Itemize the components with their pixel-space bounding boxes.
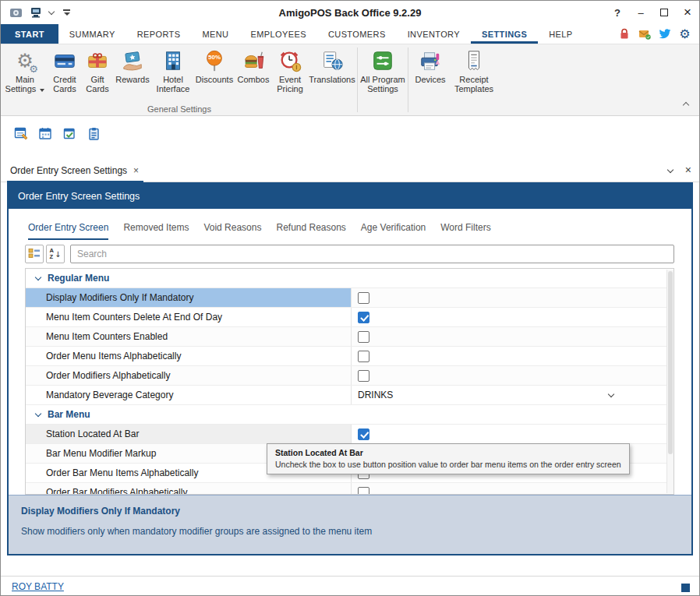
tab-void-reasons[interactable]: Void Reasons — [203, 222, 261, 240]
clipboard-icon[interactable] — [84, 124, 103, 143]
main-settings-button[interactable]: ⚙⚙ Main Settings — [2, 44, 48, 104]
document-tab-order-entry[interactable]: Order Entry Screen Settings × — [7, 165, 143, 182]
event-pricing-button[interactable]: Event Pricing — [272, 44, 308, 104]
tab-inventory[interactable]: INVENTORY — [397, 24, 471, 44]
minimize-button[interactable]: – — [629, 1, 652, 24]
gift-cards-button[interactable]: Gift Cards — [82, 44, 113, 104]
close-document-icon[interactable]: × — [685, 164, 691, 175]
gear-glyph: ⚙ — [679, 28, 690, 41]
setting-label: Station Located At Bar — [26, 425, 352, 443]
calendar-check-icon[interactable] — [60, 124, 79, 143]
tab-summary[interactable]: SUMMARY — [58, 24, 126, 44]
checkbox[interactable] — [358, 331, 369, 343]
quick-toolbar — [1, 116, 699, 150]
statusbar: ROY BATTY — [1, 555, 699, 595]
checkbox[interactable] — [358, 312, 369, 323]
receipt-templates-button[interactable]: Receipt Templates — [451, 44, 497, 104]
setting-label: Menu Item Counters Enabled — [26, 327, 352, 346]
maximize-button[interactable] — [652, 1, 676, 24]
translations-label: Translations — [309, 75, 355, 84]
hotel-interface-button[interactable]: Hotel Interface — [152, 44, 194, 104]
settings-panel: Order Entry Screen Settings Order Entry … — [7, 182, 693, 555]
help-button[interactable]: ? — [606, 1, 629, 24]
dropdown-caret-icon — [40, 89, 44, 92]
lock-icon[interactable] — [617, 27, 631, 41]
customize-toolbar-icon[interactable] — [63, 9, 70, 16]
setting-value — [352, 425, 666, 443]
checkbox[interactable] — [358, 292, 369, 304]
setting-row[interactable]: Station Located At Bar — [26, 425, 673, 444]
panel-title: Order Entry Screen Settings — [18, 191, 140, 202]
gear-icon[interactable]: ⚙ — [678, 27, 691, 41]
setting-row[interactable]: Order Menu Items Alphabetically — [26, 347, 673, 366]
checkbox[interactable] — [358, 370, 369, 382]
setting-row[interactable]: Order Modifiers Alphabetically — [26, 366, 673, 386]
setting-row[interactable]: Order Bar Modifiers Alphabetically — [26, 483, 673, 495]
window-controls: ? – × — [606, 1, 699, 24]
twitter-icon[interactable] — [658, 27, 671, 41]
scrollbar-thumb[interactable] — [668, 271, 673, 454]
ribbon-separator — [408, 48, 408, 112]
tab-settings[interactable]: SETTINGS — [471, 24, 538, 44]
checkbox[interactable] — [358, 428, 369, 440]
status-indicator — [681, 584, 690, 592]
tab-help[interactable]: HELP — [538, 24, 583, 44]
setting-row[interactable]: Mandatory Beverage Category DRINKS — [26, 386, 673, 405]
dropdown-mandatory-beverage-category[interactable]: DRINKS — [352, 386, 666, 404]
close-button[interactable]: × — [676, 1, 699, 24]
tab-start[interactable]: START — [1, 24, 58, 44]
chevron-down-icon[interactable] — [667, 167, 673, 173]
tab-age-verification[interactable]: Age Verification — [361, 222, 426, 240]
credit-cards-button[interactable]: Credit Cards — [48, 44, 82, 104]
tab-refund-reasons[interactable]: Refund Reasons — [276, 222, 345, 240]
devices-label: Devices — [415, 75, 445, 84]
ribbon-collapse-button[interactable] — [684, 97, 688, 111]
logged-in-user-link[interactable]: ROY BATTY — [12, 581, 64, 592]
setting-row[interactable]: Menu Item Counters Delete At End Of Day — [26, 308, 673, 327]
document-tab-close-icon[interactable]: × — [133, 165, 139, 176]
ribbon: ⚙⚙ Main Settings Credit Cards Gift Cards — [1, 44, 699, 116]
rewards-label: Rewards — [115, 75, 149, 84]
discounts-button[interactable]: 50% Discounts — [194, 44, 235, 104]
category-row-regular-menu[interactable]: Regular Menu — [26, 269, 673, 288]
setting-row[interactable]: Display Modifiers Only If Mandatory — [26, 288, 673, 308]
tab-customers[interactable]: CUSTOMERS — [317, 24, 397, 44]
panel-header: Order Entry Screen Settings — [9, 184, 691, 209]
credit-card-icon — [52, 48, 77, 73]
setting-row[interactable]: Menu Item Counters Enabled — [26, 327, 673, 347]
all-program-settings-button[interactable]: All Program Settings — [359, 44, 407, 104]
form-edit-icon[interactable] — [12, 124, 30, 143]
combos-button[interactable]: Combos — [235, 44, 272, 104]
sort-az-button[interactable]: A Z ↓ — [46, 245, 65, 263]
chevron-down-icon[interactable] — [48, 8, 55, 14]
tooltip-text: Uncheck the box to use button position v… — [275, 460, 621, 469]
category-view-button[interactable] — [25, 245, 44, 263]
sort-letter-z: Z — [50, 254, 54, 260]
grid-scrollbar[interactable] — [666, 270, 673, 493]
translations-button[interactable]: Translations — [308, 44, 356, 104]
checkbox[interactable] — [358, 487, 369, 495]
checkbox[interactable] — [358, 351, 369, 362]
green-sliders-icon — [370, 48, 395, 73]
pos-terminal-icon[interactable] — [29, 5, 43, 19]
tab-reports[interactable]: REPORTS — [126, 24, 192, 44]
tab-order-entry-screen[interactable]: Order Entry Screen — [28, 222, 108, 240]
setting-label: Order Modifiers Alphabetically — [26, 366, 352, 385]
category-row-bar-menu[interactable]: Bar Menu — [26, 405, 673, 425]
rewards-button[interactable]: Rewards — [113, 44, 152, 104]
tab-menu[interactable]: MENU — [191, 24, 239, 44]
search-input[interactable] — [70, 245, 674, 263]
category-label: Regular Menu — [48, 273, 109, 284]
tab-removed-items[interactable]: Removed Items — [123, 222, 189, 240]
chevron-down-icon — [35, 273, 41, 280]
dropdown-value: DRINKS — [358, 390, 393, 400]
titlebar: AmigoPOS Back Office 9.2.29 ? – × — [1, 1, 699, 24]
devices-button[interactable]: Devices — [409, 44, 451, 104]
tab-word-filters[interactable]: Word Filters — [440, 222, 490, 240]
tab-employees[interactable]: EMPLOYEES — [239, 24, 316, 44]
discounts-label: Discounts — [196, 75, 233, 84]
app-logo-icon[interactable] — [9, 5, 23, 19]
setting-value — [352, 288, 666, 307]
calendar-icon[interactable] — [36, 124, 55, 143]
feedback-icon[interactable] — [638, 27, 651, 41]
